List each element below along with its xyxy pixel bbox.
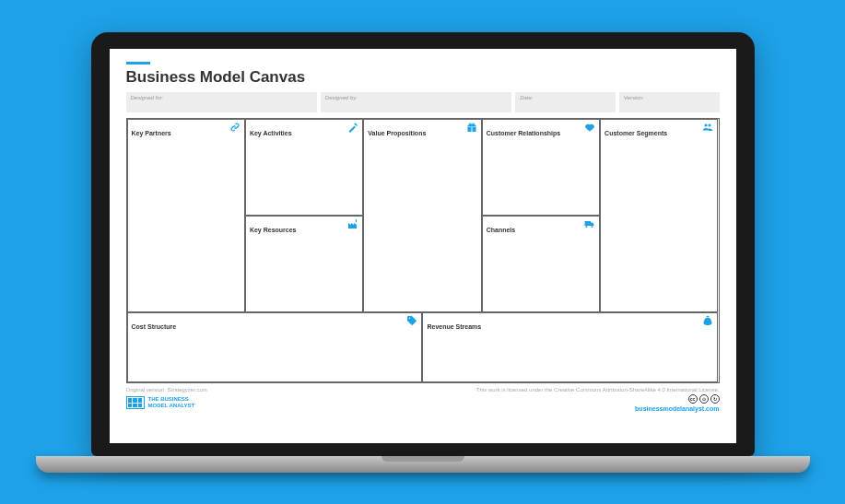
moneybag-icon	[702, 315, 713, 326]
original-credit: Original version: Strategyzer.com	[126, 387, 207, 393]
canvas-document: Business Model Canvas Designed for: Desi…	[110, 49, 736, 443]
customer-relationships-cell[interactable]: Customer Relationships	[482, 119, 600, 216]
cc-icon: cc	[688, 394, 698, 404]
cell-label: Channels	[487, 227, 516, 233]
sa-icon: ↻	[710, 394, 720, 404]
footer: Original version: Strategyzer.com This w…	[126, 387, 720, 393]
channels-cell[interactable]: Channels	[482, 216, 600, 312]
cell-label: Cost Structure	[132, 323, 177, 330]
key-resources-cell[interactable]: Key Resources	[245, 216, 363, 312]
cell-label: Customer Relationships	[487, 130, 561, 136]
brand-row: THE BUSINESS MODEL ANALYST cc ⊙ ↻ busine…	[126, 394, 720, 412]
cell-label: Revenue Streams	[427, 323, 481, 330]
brand-logo: THE BUSINESS MODEL ANALYST	[126, 396, 195, 409]
version-field[interactable]: Version:	[619, 92, 720, 112]
cell-label: Value Propositions	[368, 130, 426, 136]
page-title: Business Model Canvas	[126, 68, 720, 87]
heart-icon	[584, 122, 595, 133]
brand-text: THE BUSINESS MODEL ANALYST	[148, 396, 195, 408]
meta-row: Designed for: Designed by: Date: Version…	[126, 92, 720, 112]
cell-label: Key Partners	[132, 130, 171, 136]
customer-segments-cell[interactable]: Customer Segments	[600, 119, 718, 312]
screen-bezel: Business Model Canvas Designed for: Desi…	[91, 32, 755, 456]
cc-license-icons: cc ⊙ ↻	[635, 394, 719, 404]
laptop-base	[36, 456, 810, 473]
laptop-mockup: Business Model Canvas Designed for: Desi…	[91, 32, 755, 473]
designed-for-field[interactable]: Designed for:	[126, 92, 317, 112]
key-activities-cell[interactable]: Key Activities	[245, 119, 363, 216]
cost-structure-cell[interactable]: Cost Structure	[127, 312, 423, 382]
truck-icon	[584, 218, 595, 229]
key-partners-cell[interactable]: Key Partners	[127, 119, 245, 312]
license-text: This work is licensed under the Creative…	[476, 387, 719, 393]
title-accent-bar	[126, 62, 150, 64]
canvas-grid: Key Partners Key Activities Key Resource…	[126, 118, 720, 383]
by-icon: ⊙	[699, 394, 709, 404]
people-icon	[702, 122, 713, 133]
laptop-notch	[381, 456, 464, 462]
date-field[interactable]: Date:	[515, 92, 616, 112]
tag-icon	[406, 315, 417, 326]
revenue-streams-cell[interactable]: Revenue Streams	[422, 312, 718, 382]
designed-by-field[interactable]: Designed by:	[321, 92, 511, 112]
cell-label: Key Activities	[250, 130, 292, 136]
wand-icon	[347, 122, 358, 133]
factory-icon	[347, 218, 358, 229]
cell-label: Customer Segments	[604, 130, 667, 136]
cell-label: Key Resources	[250, 227, 297, 233]
value-propositions-cell[interactable]: Value Propositions	[363, 119, 481, 312]
gift-icon	[466, 122, 477, 133]
brand-grid-icon	[126, 396, 145, 409]
footer-right: This work is licensed under the Creative…	[476, 387, 719, 393]
link-icon	[229, 122, 241, 133]
website-link[interactable]: businessmodelanalyst.com	[635, 405, 719, 412]
